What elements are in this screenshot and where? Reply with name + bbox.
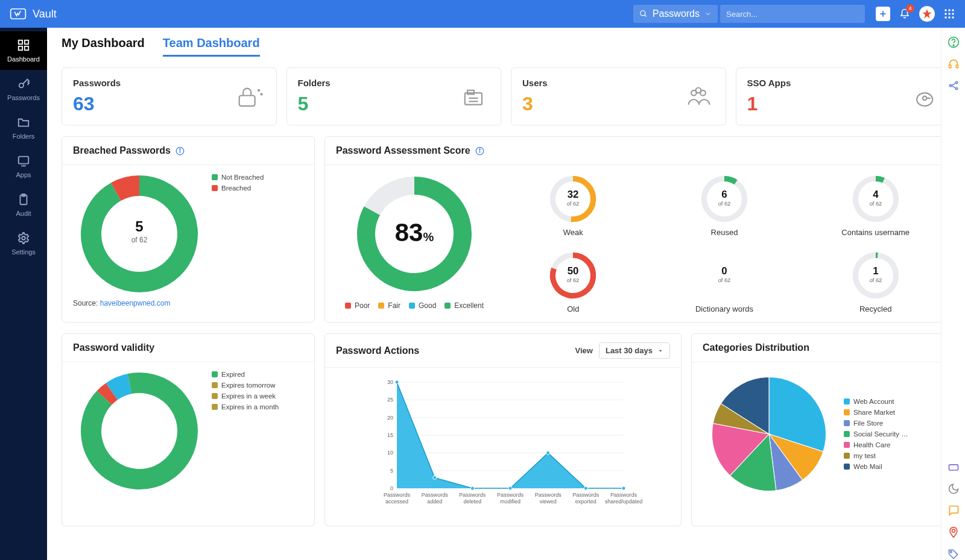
score-legend: PoorFairGoodExcellent <box>345 301 484 310</box>
svg-text:5: 5 <box>390 468 393 474</box>
metric-contains username[interactable]: 4of 62 Contains username <box>812 174 939 237</box>
metric-dictionary words[interactable]: 0of 62 Dictionary words <box>661 250 788 313</box>
summary-card-passwords[interactable]: Passwords 63 <box>62 68 277 125</box>
legend-item: Poor <box>345 301 370 310</box>
actions-area-chart: 051015202530PasswordsaccessedPasswordsad… <box>336 376 670 515</box>
legend-item: Web Account <box>844 398 908 405</box>
breached-donut-chart: 5of 62 <box>73 174 206 294</box>
summary-value: 63 <box>73 93 121 115</box>
svg-point-97 <box>949 84 951 86</box>
sidebar-item-apps[interactable]: Apps <box>0 147 47 186</box>
search-input[interactable] <box>726 10 859 19</box>
svg-text:Passwords: Passwords <box>572 492 600 498</box>
summary-label: Passwords <box>73 78 121 88</box>
search-box[interactable] <box>720 5 865 23</box>
tag-icon[interactable] <box>948 548 960 560</box>
svg-text:83%: 83% <box>395 218 434 247</box>
breached-title: Breached Passwords <box>73 145 171 156</box>
legend-item: Social Security … <box>844 430 908 438</box>
clipboard-icon <box>17 193 30 206</box>
svg-text:exported: exported <box>575 499 596 505</box>
summary-icon <box>683 84 715 109</box>
validity-donut-chart <box>73 371 206 491</box>
info-icon[interactable] <box>176 146 185 156</box>
breached-source-link[interactable]: haveibeenpwned.com <box>100 299 171 307</box>
svg-point-35 <box>923 96 926 100</box>
dashboard-tabs: My Dashboard Team Dashboard <box>62 36 951 57</box>
svg-rect-12 <box>945 17 947 19</box>
sidebar-item-label: Settings <box>11 248 36 256</box>
legend-item: File Store <box>844 420 908 427</box>
moon-icon[interactable] <box>948 483 960 495</box>
svg-point-38 <box>180 148 180 149</box>
svg-point-24 <box>22 236 25 240</box>
headphones-icon[interactable] <box>948 58 960 70</box>
summary-card-folders[interactable]: Folders 5 <box>286 68 502 125</box>
breached-source-prefix: Source: <box>73 299 100 307</box>
sidebar-item-label: Passwords <box>7 94 40 101</box>
svg-rect-8 <box>952 10 954 11</box>
monitor-icon <box>17 154 30 168</box>
profile-avatar[interactable] <box>919 6 935 22</box>
notifications-button[interactable]: 4 <box>899 8 911 20</box>
summary-icon <box>908 84 939 109</box>
metric-old[interactable]: 50of 62 Old <box>510 250 637 313</box>
svg-text:1: 1 <box>873 265 878 277</box>
tab-team-dashboard[interactable]: Team Dashboard <box>163 36 260 57</box>
svg-point-72 <box>395 380 399 384</box>
sidebar-item-settings[interactable]: Settings <box>0 224 47 263</box>
summary-icon <box>458 84 490 109</box>
share-icon[interactable] <box>948 80 960 92</box>
metric-label: Old <box>567 304 579 313</box>
summary-card-users[interactable]: Users 3 <box>511 68 726 125</box>
scope-selector[interactable]: Passwords <box>633 5 718 23</box>
app-logo[interactable]: Vault <box>10 7 57 21</box>
svg-text:of 62: of 62 <box>718 201 731 207</box>
svg-text:added: added <box>427 499 442 505</box>
metric-weak[interactable]: 32of 62 Weak <box>510 174 637 237</box>
actions-title: Password Actions <box>336 345 419 356</box>
info-icon[interactable] <box>475 146 484 156</box>
svg-text:Passwords: Passwords <box>497 492 524 498</box>
svg-line-2 <box>645 15 647 17</box>
pin-icon[interactable] <box>948 526 960 538</box>
search-icon <box>639 10 648 18</box>
svg-rect-96 <box>956 65 958 68</box>
svg-rect-20 <box>19 157 29 164</box>
legend-item: Expired <box>212 371 279 378</box>
metric-reused[interactable]: 6of 62 Reused <box>661 174 788 237</box>
breached-source: Source: haveibeenpwned.com <box>73 299 303 307</box>
svg-text:Passwords: Passwords <box>459 492 486 498</box>
svg-rect-15 <box>19 40 22 44</box>
add-button[interactable] <box>876 7 890 21</box>
svg-point-74 <box>470 486 474 490</box>
assessment-metrics: 32of 62 Weak 6of 62 Reused 4of 62 Contai… <box>510 174 939 313</box>
sidebar-item-label: Apps <box>16 171 31 178</box>
range-dropdown[interactable]: Last 30 days <box>599 342 670 359</box>
sidebar-item-label: Folders <box>13 133 35 140</box>
sidebar-item-dashboard[interactable]: Dashboard <box>0 31 47 70</box>
summary-row: Passwords 63 Folders 5 Users 3 SSO Apps … <box>62 68 951 125</box>
svg-point-105 <box>950 551 952 553</box>
metric-label: Reused <box>711 228 738 237</box>
svg-text:30: 30 <box>387 379 393 385</box>
sidebar-item-folders[interactable]: Folders <box>0 109 47 147</box>
breached-legend: Not BreachedBreached <box>212 174 264 294</box>
vault-logo-icon <box>10 7 27 21</box>
svg-text:of 62: of 62 <box>869 277 882 283</box>
svg-rect-18 <box>25 46 28 50</box>
svg-text:Passwords: Passwords <box>535 492 562 498</box>
svg-text:accessed: accessed <box>385 499 408 505</box>
metric-label: Weak <box>563 228 583 237</box>
chat-icon[interactable] <box>948 505 960 517</box>
keyboard-icon[interactable] <box>948 461 960 473</box>
tab-my-dashboard[interactable]: My Dashboard <box>62 36 145 57</box>
svg-rect-16 <box>25 40 28 44</box>
sidebar-item-audit[interactable]: Audit <box>0 186 47 224</box>
summary-card-sso apps[interactable]: SSO Apps 1 <box>736 68 951 125</box>
svg-rect-17 <box>19 46 22 50</box>
apps-grid-button[interactable] <box>943 8 955 20</box>
help-icon[interactable] <box>948 36 960 48</box>
metric-recycled[interactable]: 1of 62 Recycled <box>812 250 939 313</box>
sidebar-item-passwords[interactable]: Passwords <box>0 70 47 109</box>
